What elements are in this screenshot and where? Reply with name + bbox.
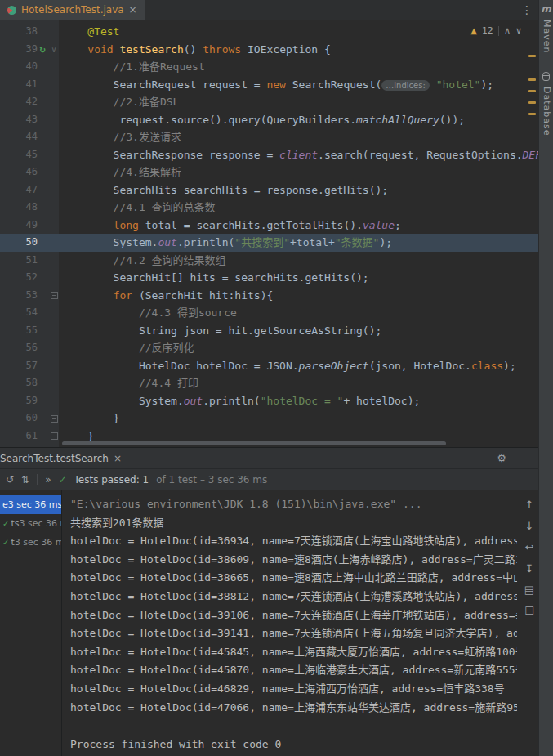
kebab-menu-icon[interactable]: ⋮	[515, 0, 538, 20]
fold-column	[47, 146, 60, 164]
editor-line-52[interactable]: 52 SearchHit[] hits = searchHits.getHits…	[0, 269, 538, 287]
test-tree-label: ts	[11, 518, 19, 529]
editor-line-38[interactable]: 38 @Test	[0, 23, 538, 41]
gutter-spacer	[38, 217, 47, 235]
line-number: 53	[0, 287, 38, 305]
fold-marker-icon[interactable]	[47, 409, 60, 427]
editor-line-44[interactable]: 44 //3.发送请求	[0, 128, 538, 146]
warning-icon: ▲	[470, 26, 477, 35]
line-number: 58	[0, 374, 38, 392]
console-line: hotelDoc = HotelDoc(id=38665, name=速8酒店上…	[70, 569, 517, 588]
editor-line-50[interactable]: 50 System.out.println("共搜索到"+total+"条数据"…	[0, 234, 538, 252]
editor-line-40[interactable]: 40 //1.准备Request	[0, 58, 538, 76]
sort-tests-icon[interactable]: ⇅	[21, 474, 29, 485]
code-text: void testSearch() throws IOException {	[60, 41, 538, 59]
console-line: hotelDoc = HotelDoc(id=38609, name=速8酒店(…	[70, 551, 517, 570]
clear-console-icon[interactable]: ☐	[524, 605, 534, 617]
minimize-icon[interactable]: —	[520, 452, 530, 464]
test-duration: 3 sec 36 ms	[19, 518, 61, 529]
console-output: "E:\various environment\JDK 1.8 (151)\bi…	[70, 495, 517, 754]
maven-logo-icon[interactable]: m	[541, 4, 551, 14]
close-run-tab-icon[interactable]: ×	[114, 453, 122, 464]
editor-line-47[interactable]: 47 SearchHits searchHits = response.getH…	[0, 181, 538, 199]
database-icon[interactable]	[542, 72, 550, 81]
line-number: 46	[0, 163, 38, 181]
test-passed-icon: ✓	[2, 538, 9, 547]
gutter-spacer	[38, 146, 47, 164]
test-tree-row[interactable]: ✓t3 sec 36 ms	[0, 533, 61, 552]
code-text: //3.发送请求	[60, 128, 538, 146]
scroll-to-end-icon[interactable]: ↧	[525, 562, 534, 575]
line-number: 59	[0, 392, 38, 410]
test-tree-row[interactable]: ✓ts3 sec 36 ms	[0, 514, 61, 533]
editor-line-60[interactable]: 60 }	[0, 409, 538, 427]
next-problem-icon[interactable]: ∨	[515, 25, 522, 36]
editor-line-42[interactable]: 42 //2.准备DSL	[0, 93, 538, 111]
gutter-spacer	[38, 392, 47, 410]
line-number: 54	[0, 304, 38, 322]
fold-column	[47, 199, 60, 217]
console-line: hotelDoc = HotelDoc(id=46829, name=上海浦西万…	[70, 680, 517, 699]
run-test-icon[interactable]: ↻	[38, 41, 47, 59]
code-editor[interactable]: 38 @Test39↻∨ void testSearch() throws IO…	[0, 20, 538, 447]
divider	[37, 474, 38, 485]
code-text: }	[60, 409, 538, 427]
scrollbar-warning-mark[interactable]	[528, 90, 536, 92]
scroll-up-icon[interactable]: ↑	[525, 499, 534, 511]
console-line: hotelDoc = HotelDoc(id=39141, name=7天连锁酒…	[70, 624, 517, 643]
inspections-widget[interactable]: ▲ 12 ∧ ∨	[467, 25, 525, 37]
run-tab[interactable]: SearchTest.testSearch ×	[0, 453, 125, 464]
editor-line-59[interactable]: 59 System.out.println("hotelDoc = "+ hot…	[0, 392, 538, 410]
rerun-tests-icon[interactable]: ↺	[6, 474, 14, 485]
editor-line-46[interactable]: 46 //4.结果解析	[0, 163, 538, 181]
prev-problem-icon[interactable]: ∧	[504, 25, 511, 36]
horizontal-scrollbar[interactable]	[62, 441, 446, 445]
test-tree-label: e	[2, 499, 8, 510]
line-number: 44	[0, 128, 38, 146]
fold-marker-icon[interactable]	[47, 287, 60, 305]
fold-marker-icon[interactable]: ∨	[47, 41, 60, 59]
line-number: 40	[0, 58, 38, 76]
editor-line-45[interactable]: 45 SearchResponse response = client.sear…	[0, 146, 538, 164]
print-icon[interactable]: ▤	[524, 584, 534, 596]
toolbar-overflow-icon[interactable]: »	[45, 474, 51, 485]
fold-column	[47, 217, 60, 235]
test-tree-row[interactable]: e3 sec 36 ms	[0, 495, 61, 514]
console[interactable]: "E:\various environment\JDK 1.8 (151)\bi…	[62, 490, 538, 756]
gutter-spacer	[38, 269, 47, 287]
editor-line-39[interactable]: 39↻∨ void testSearch() throws IOExceptio…	[0, 41, 538, 59]
editor-line-53[interactable]: 53 for (SearchHit hit:hits){	[0, 287, 538, 305]
editor-line-49[interactable]: 49 long total = searchHits.getTotalHits(…	[0, 217, 538, 235]
editor-line-58[interactable]: 58 //4.4 打印	[0, 374, 538, 392]
editor-line-54[interactable]: 54 //4.3 得到source	[0, 304, 538, 322]
code-text: String json = hit.getSourceAsString();	[60, 322, 538, 340]
line-number: 61	[0, 427, 38, 445]
editor-line-51[interactable]: 51 //4.2 查询的结果数组	[0, 252, 538, 270]
editor-line-43[interactable]: 43 request.source().query(QueryBuilders.…	[0, 111, 538, 129]
editor-line-41[interactable]: 41 SearchRequest request = new SearchReq…	[0, 76, 538, 94]
gutter-spacer	[38, 322, 47, 340]
editor-line-56[interactable]: 56 //反序列化	[0, 339, 538, 357]
gutter-spacer	[38, 357, 47, 375]
editor-line-48[interactable]: 48 //4.1 查询的总条数	[0, 199, 538, 217]
line-number: 49	[0, 217, 38, 235]
editor-line-55[interactable]: 55 String json = hit.getSourceAsString()…	[0, 322, 538, 340]
soft-wrap-icon[interactable]: ↩	[525, 541, 534, 553]
scrollbar-warning-mark[interactable]	[528, 101, 536, 104]
gutter-spacer	[38, 128, 47, 146]
gear-icon[interactable]: ⚙	[497, 452, 506, 464]
tab-hotelsearchtest[interactable]: HotelSearchTest.java ×	[0, 0, 145, 20]
tool-button-database[interactable]: Database	[541, 87, 552, 136]
editor-line-57[interactable]: 57 HotelDoc hotelDoc = JSON.parseObject(…	[0, 357, 538, 375]
tests-passed-icon: ✓	[58, 474, 66, 485]
code-text: //1.准备Request	[60, 58, 538, 76]
scrollbar-warning-mark[interactable]	[528, 78, 536, 81]
tool-button-maven[interactable]: Maven	[541, 20, 552, 53]
fold-marker-icon[interactable]	[47, 427, 60, 445]
scroll-down-icon[interactable]: ↓	[525, 520, 534, 532]
scrollbar-warning-mark[interactable]	[528, 55, 536, 57]
fold-column	[47, 374, 60, 392]
close-tab-icon[interactable]: ×	[129, 4, 137, 16]
code-text: //4.1 查询的总条数	[60, 199, 538, 217]
scrollbar-warning-mark[interactable]	[528, 113, 536, 115]
